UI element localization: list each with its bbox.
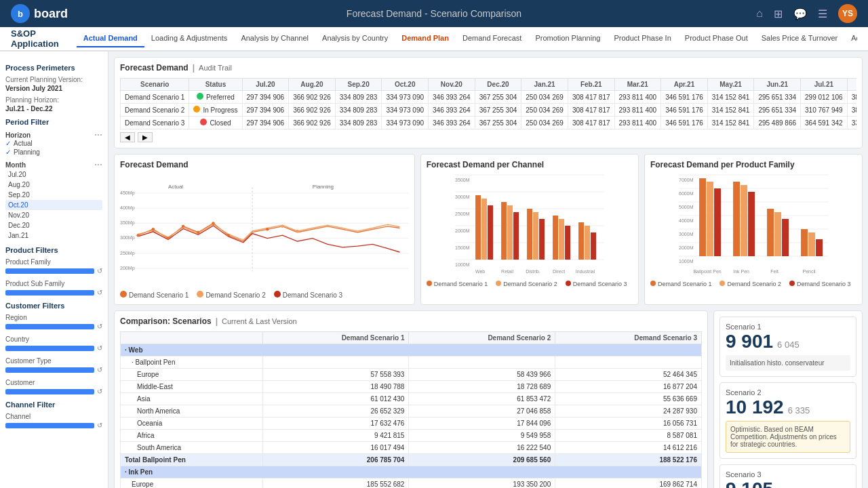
nav-demand-plan[interactable]: Demand Plan [395,30,456,47]
month-nov20[interactable]: Nov.20 [5,210,102,220]
comparison-table-scroll[interactable]: Demand Scenario 1 Demand Scenario 2 Dema… [120,331,702,488]
nav-analysis-country[interactable]: Analysis by Country [315,30,395,47]
month-oct20[interactable]: Oct.20 [5,200,102,210]
customer-filter: Customer ↺ [5,379,102,395]
legend-channel-s3: Demand Scenario 3 [566,281,627,287]
svg-rect-47 [559,219,564,260]
s3-feb21: 308 417 817 [568,117,614,129]
scroll-right-button[interactable]: ▶ [138,132,153,142]
nav-sales-price[interactable]: Sales Price & Turnover [755,30,845,47]
bar-channel-label: Forecast Demand per Channel [427,160,544,169]
channel-bar[interactable] [5,423,94,428]
s3-jul20: 297 394 906 [242,117,289,129]
europe-row: Europe 57 558 393 58 439 966 52 464 345 [121,369,702,381]
s2-jul20: 297 394 906 [242,104,289,117]
nav-analysis-channel[interactable]: Analysis by Channel [234,30,315,47]
channel-reset-icon[interactable]: ↺ [97,422,102,429]
svg-text:1000M: 1000M [679,259,694,264]
month-jul20[interactable]: Jul.20 [5,169,102,180]
svg-text:Actual: Actual [168,184,183,190]
region-reset-icon[interactable]: ↺ [97,323,102,330]
s1-mar21: 293 811 400 [614,91,661,104]
scenario2-card: Scenario 2 10 192 6 335 Optimistic. Base… [719,382,856,459]
svg-rect-73 [714,188,721,256]
horizon-actual[interactable]: ✓ Actual [5,140,102,147]
current-planning-label: Current Planning Version: [5,76,102,83]
horizon-planning-label: Planning [14,148,40,156]
northamerica-s3: 24 287 930 [555,405,702,418]
region-bar[interactable] [5,324,94,329]
product-sub-family-filter: Product Sub Family ↺ [5,280,102,296]
product-family-bar[interactable] [5,268,94,274]
s3-apr21: 346 591 176 [661,117,708,129]
customer-type-reset-icon[interactable]: ↺ [97,366,102,373]
month-dec20[interactable]: Dec.20 [5,220,102,230]
nav-phase-in[interactable]: Product Phase In [607,30,677,47]
month-aug20[interactable]: Aug.20 [5,180,102,190]
southamerica-s2: 16 222 540 [409,442,555,454]
menu-icon[interactable]: ☰ [818,7,827,20]
svg-point-19 [197,231,199,234]
nav-phase-out[interactable]: Product Phase Out [678,30,755,47]
product-family-reset-icon[interactable]: ↺ [97,267,102,274]
nav-loading[interactable]: Loading & Adjustments [144,30,235,47]
apps-icon[interactable]: ⊞ [774,7,783,20]
oceania-s2: 17 844 096 [409,418,555,430]
customer-bar[interactable] [5,389,94,394]
logo-text: board [34,7,68,21]
comparison-sub: Current & Last Version [222,317,297,325]
svg-point-20 [212,222,214,224]
month-section: Month ⋯ [5,160,102,169]
month-options-icon[interactable]: ⋯ [94,160,102,169]
web-header-cell: · Web [121,344,702,357]
chat-icon[interactable]: 💬 [793,7,807,20]
nav-actual-demand[interactable]: Actual Demand [77,30,144,47]
svg-rect-74 [733,182,740,256]
app-label: S&OP Application [11,28,67,49]
total-ballpoint-s3: 188 522 176 [555,454,702,466]
middleeast-s3: 16 877 204 [555,381,702,393]
sc2-title: Scenario 2 [726,388,850,396]
horizon-planning[interactable]: ✓ Planning [5,148,102,156]
s2-oct20: 334 973 090 [382,104,429,117]
svg-rect-71 [699,178,706,256]
svg-point-23 [281,225,283,228]
product-sub-family-bar[interactable] [5,290,94,296]
nav-promotion[interactable]: Promotion Planning [528,30,607,47]
svg-text:6000M: 6000M [679,191,694,196]
middleeast-s2: 18 728 689 [409,381,555,393]
s1-oct20: 334 973 090 [382,91,429,104]
scroll-left-button[interactable]: ◀ [120,132,135,142]
product-family-label: Product Family [5,258,102,266]
col-aug21: Aug.21 [847,79,856,91]
country-reset-icon[interactable]: ↺ [97,344,102,352]
northamerica-s2: 27 046 858 [409,405,555,418]
nav-admin-tools[interactable]: Admin & Tools [844,30,857,47]
customer-reset-icon[interactable]: ↺ [97,388,102,395]
total-ballpoint-s1: 206 785 704 [262,454,409,466]
forecast-table-scroll[interactable]: Scenario Status Jul.20 Aug.20 Sep.20 Oct… [120,78,856,129]
avatar[interactable]: YS [838,4,857,23]
s2-jul21: 310 767 949 [801,104,848,117]
home-icon[interactable]: ⌂ [756,7,763,20]
horizon-options-icon[interactable]: ⋯ [94,130,102,140]
s1-apr21: 346 591 176 [661,91,708,104]
oceania-s3: 16 056 731 [555,418,702,430]
closed-dot [200,119,207,125]
month-jan21[interactable]: Jan.21 [5,230,102,241]
comparison-panel: Comparison: Scenarios | Current & Last V… [114,310,708,488]
horizon-label: Horizon [5,131,31,139]
oceania-s1: 17 632 476 [262,418,409,430]
europe-s1: 57 558 393 [262,369,409,381]
s3-dec20: 367 255 304 [475,117,521,129]
product-sub-family-reset-icon[interactable]: ↺ [97,289,102,296]
country-bar[interactable] [5,346,94,351]
charts-row: Forecast Demand 450Mp 400Mp 350 [114,154,863,305]
customer-type-bar[interactable] [5,367,94,373]
month-sep20[interactable]: Sep.20 [5,190,102,200]
channel-label: Channel [5,413,102,420]
month-list: Jul.20 Aug.20 Sep.20 Oct.20 Nov.20 Dec.2… [5,169,102,241]
inkpen-europe-s1: 185 552 682 [262,479,409,489]
legend-channel-s2: Demand Scenario 2 [496,281,557,287]
nav-demand-forecast[interactable]: Demand Forecast [456,30,528,47]
